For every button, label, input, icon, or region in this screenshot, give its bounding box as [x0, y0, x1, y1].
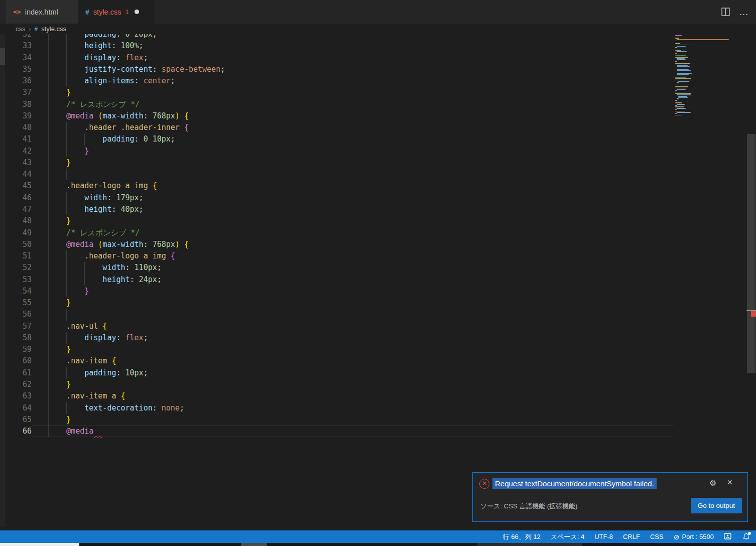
code-line: 51.header-logo a img {	[0, 250, 674, 262]
scrollbar-thumb[interactable]	[747, 134, 755, 373]
breadcrumb: css › # style.css	[0, 24, 756, 34]
notification-message[interactable]: Request textDocument/documentSymbol fail…	[492, 478, 657, 489]
code-line: 48}	[0, 215, 674, 227]
tab-error-count: 1	[125, 9, 129, 16]
eol-sequence[interactable]: CRLF	[623, 533, 640, 540]
indentation[interactable]: スペース: 4	[551, 532, 584, 541]
code-line: 36align-items: center;	[0, 75, 674, 87]
cursor-position[interactable]: 行 66、列 12	[503, 532, 541, 541]
breadcrumb-folder[interactable]: css	[16, 25, 26, 33]
code-line: 44	[0, 169, 674, 180]
encoding[interactable]: UTF-8	[594, 533, 613, 540]
overview-error-marker	[751, 311, 756, 317]
code-editor[interactable]: 32padding: 0 20px;33height: 100%;34displ…	[0, 29, 674, 437]
more-actions-icon[interactable]: …	[739, 10, 749, 15]
code-line: 39@media (max-width: 768px) {	[0, 110, 674, 122]
go-to-output-button[interactable]: Go to output	[691, 498, 742, 513]
code-line: 53height: 24px;	[0, 274, 674, 286]
code-line: 42}	[0, 146, 674, 157]
code-line: 55}	[0, 297, 674, 309]
code-line: 46width: 179px;	[0, 192, 674, 204]
tab-label: index.html	[25, 8, 58, 16]
code-line: 37}	[0, 87, 674, 98]
code-line: 65}	[0, 414, 674, 426]
tab-bar: <> index.html # style.css 1 …	[0, 0, 756, 24]
live-server-port[interactable]: ⊘ Port : 5500	[674, 533, 714, 540]
taskbar-peek	[0, 543, 756, 546]
code-line: 33height: 100%;	[0, 40, 674, 52]
code-line: 45.header-logo a img {	[0, 180, 674, 192]
chevron-right-icon: ›	[29, 26, 31, 33]
taskbar-white-segment	[0, 543, 79, 546]
code-line: 63.nav-item a {	[0, 390, 674, 402]
html-file-icon: <>	[13, 8, 21, 16]
breadcrumb-file[interactable]: style.css	[41, 25, 66, 33]
code-line: 60.nav-item {	[0, 355, 674, 367]
code-line: 66@media	[0, 426, 674, 437]
tab-style-css[interactable]: # style.css 1	[78, 0, 155, 24]
taskbar-dim-segment	[477, 543, 582, 546]
modified-dot-icon[interactable]	[135, 10, 139, 14]
code-line: 52width: 110px;	[0, 262, 674, 274]
code-line: 40.header .header-inner {	[0, 122, 674, 133]
circle-slash-icon: ⊘	[674, 533, 680, 540]
code-line: 61padding: 10px;	[0, 367, 674, 379]
code-line: 50@media (max-width: 768px) {	[0, 239, 674, 250]
left-strip-handle[interactable]	[0, 48, 5, 65]
code-line: 47height: 40px;	[0, 204, 674, 215]
left-edge-strip	[0, 34, 5, 527]
language-mode[interactable]: CSS	[650, 533, 664, 540]
code-line: 57.nav-ul {	[0, 321, 674, 332]
tab-label: style.css	[93, 8, 121, 16]
taskbar-gray-segment	[241, 543, 267, 546]
editor-actions: …	[721, 0, 749, 24]
code-line: 49/* レスポンシブ */	[0, 227, 674, 239]
code-line: 41padding: 0 10px;	[0, 133, 674, 145]
css-file-icon: #	[85, 8, 89, 16]
notifications-bell-icon[interactable]	[742, 533, 750, 540]
code-line: 64text-decoration: none;	[0, 402, 674, 414]
code-line: 43}	[0, 157, 674, 169]
code-line: 38/* レスポンシブ */	[0, 99, 674, 110]
notification-badge-dot	[748, 532, 751, 535]
code-line: 62}	[0, 379, 674, 390]
notification-source: ソース: CSS 言語機能 (拡張機能)	[480, 502, 577, 511]
close-icon[interactable]: ×	[727, 477, 732, 488]
overview-ruler	[746, 24, 756, 530]
code-line: 34display: flex;	[0, 52, 674, 64]
code-line: 58display: flex;	[0, 332, 674, 344]
notification-toast: ✕ Request textDocument/documentSymbol fa…	[472, 472, 748, 522]
code-line: 56	[0, 309, 674, 320]
error-circle-icon: ✕	[479, 479, 489, 489]
error-squiggle	[93, 426, 102, 437]
feedback-icon[interactable]	[724, 533, 732, 540]
code-line: 35justify-content: space-between;	[0, 64, 674, 75]
gear-icon[interactable]: ⚙	[709, 478, 716, 488]
code-line: 54}	[0, 286, 674, 297]
tab-index-html[interactable]: <> index.html	[6, 0, 78, 24]
css-file-icon: #	[35, 26, 38, 33]
code-line: 59}	[0, 344, 674, 355]
split-editor-icon[interactable]	[721, 8, 730, 16]
minimap[interactable]	[675, 35, 746, 386]
status-bar: 行 66、列 12 スペース: 4 UTF-8 CRLF CSS ⊘ Port …	[0, 530, 756, 543]
